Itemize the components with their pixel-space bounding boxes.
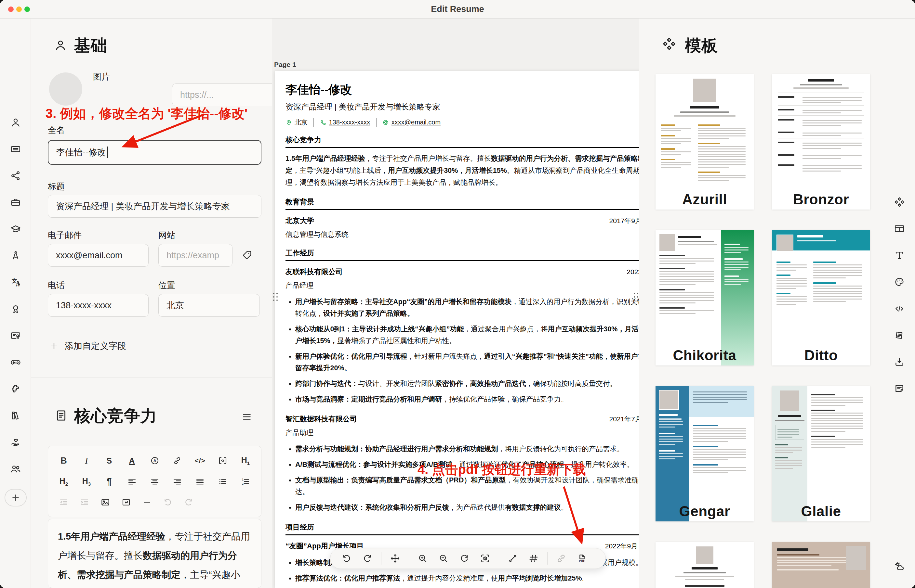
summary-section-title: 核心竞争力 [74,405,157,427]
summary-editor-content[interactable]: 1.5年用户端产品经理经验，专注于社交产品用户增长与留存。擅长数据驱动的用户行为… [48,519,261,588]
sidebar-item-interests[interactable] [0,354,31,371]
template-card-bronzor[interactable]: Bronzor [772,74,870,210]
template-card-leafish[interactable] [772,542,870,588]
pan-button[interactable] [385,549,405,568]
website-input[interactable] [158,244,233,267]
sidebar-item-publications[interactable] [0,407,31,424]
resume-section-title: 教育背景 [285,197,639,210]
sidebar-item-references[interactable] [0,460,31,477]
h1-button[interactable]: H1 [235,452,256,470]
list-ordered-button[interactable]: 12 [235,472,256,491]
phone-input[interactable] [48,294,149,317]
phone-icon [320,119,327,126]
copy-link-button[interactable] [551,549,571,568]
rightbar-item-typography[interactable] [883,247,915,264]
rightbar-item-theme[interactable] [883,273,915,291]
template-name-label: Bronzor [772,191,870,208]
code-button[interactable]: </> [189,452,211,470]
rightbar-item-layout[interactable] [883,220,915,237]
contact-text[interactable]: 138-xxxx-xxxx [329,119,370,126]
briefcase-icon [10,197,21,208]
sidebar-item-volunteering[interactable] [0,434,31,451]
align-justify-button[interactable] [189,472,211,491]
avatar[interactable] [49,73,82,106]
sidebar-item-projects[interactable] [0,380,31,397]
strike-button[interactable]: S [99,452,120,470]
outdent-button[interactable] [53,493,74,511]
undo-button[interactable] [157,493,178,511]
sidebar-item-basics[interactable] [0,114,31,131]
summary-options-button[interactable] [241,411,253,423]
sidebar-item-experience[interactable] [0,194,31,211]
resize-handle-left[interactable] [273,293,278,301]
template-card-ditto[interactable]: Ditto [772,230,870,365]
location-input[interactable] [158,294,260,317]
resize-handle-right[interactable] [634,293,638,301]
undo-button[interactable] [337,549,356,568]
image-button[interactable] [95,493,116,511]
add-custom-field-button[interactable]: 添加自定义字段 [49,340,126,352]
theme-toggle-button[interactable] [883,558,915,575]
highlight-button[interactable]: A [144,452,165,470]
contact-item: 北京 [285,118,308,127]
zoom-out-button[interactable] [434,549,453,568]
rightbar-item-templates[interactable] [883,194,915,210]
page-break-line-button[interactable] [503,549,523,568]
add-section-button[interactable] [5,489,27,506]
list-bullet-button[interactable] [212,472,233,491]
sidebar-item-languages[interactable]: 文A [0,274,31,291]
sidebar-item-certifications[interactable] [0,327,31,344]
template-card-azurill[interactable]: Azurill [656,74,754,210]
entry-subtitle: 产品助理 [285,428,639,437]
download-pdf-button[interactable]: PDF [572,549,592,568]
h2-button[interactable]: H2 [53,472,74,491]
rightbar-item-export[interactable] [883,354,915,370]
align-center-button[interactable] [144,472,165,491]
rightbar-item-custom-css[interactable] [883,300,915,317]
underline-button[interactable]: A [121,452,143,470]
h3-button[interactable]: H3 [76,472,97,491]
entry-date: 2022年9月 - [605,541,639,551]
template-card-chikorita[interactable]: Chikorita [656,230,754,365]
code-block-button[interactable] [212,452,233,470]
bold-button[interactable]: B [53,452,74,470]
zoom-in-icon [418,553,428,564]
headline-input[interactable] [48,195,261,218]
contact-text[interactable]: xxxx@email.com [392,119,440,126]
svg-text:1: 1 [242,478,243,481]
sidebar-item-skills[interactable] [0,247,31,264]
picture-url-input[interactable] [172,84,272,106]
italic-button[interactable]: I [76,452,97,470]
rightbar-item-notes[interactable] [883,380,915,397]
indent-button[interactable] [74,493,95,511]
sidebar-item-education[interactable] [0,221,31,237]
zoom-in-button[interactable] [413,549,432,568]
redo-button[interactable] [358,549,377,568]
template-card-kakuna[interactable] [656,542,754,588]
typography-icon [894,250,905,261]
align-left-icon [127,477,137,486]
redo-button[interactable] [178,493,199,511]
diamonds-four-icon [894,197,905,208]
sidebar-item-profiles[interactable] [0,167,31,184]
horizontal-rule-button[interactable] [136,493,157,511]
full-name-input[interactable]: 李佳怡--修改 [48,140,261,165]
entry-subtitle: 信息管理与信息系统 [285,230,639,239]
rightbar-item-page[interactable] [883,327,915,344]
paragraph-button[interactable]: ¶ [99,472,120,491]
sidebar-item-awards[interactable] [0,300,31,317]
location-label: 位置 [158,280,175,291]
center-view-button[interactable] [475,549,495,568]
hard-break-button[interactable] [116,493,136,511]
align-right-button[interactable] [167,472,188,491]
template-card-gengar[interactable]: Gengar [656,386,754,522]
text-caret [107,147,108,158]
templates-section-title: 模板 [685,35,718,57]
link-button[interactable] [167,452,188,470]
reset-zoom-button[interactable] [455,549,474,568]
email-input[interactable] [48,244,149,267]
sidebar-item-summary[interactable] [0,141,31,158]
page-numbers-button[interactable] [524,549,543,568]
template-card-glalie[interactable]: Glalie [772,386,870,522]
align-left-button[interactable] [121,472,143,491]
